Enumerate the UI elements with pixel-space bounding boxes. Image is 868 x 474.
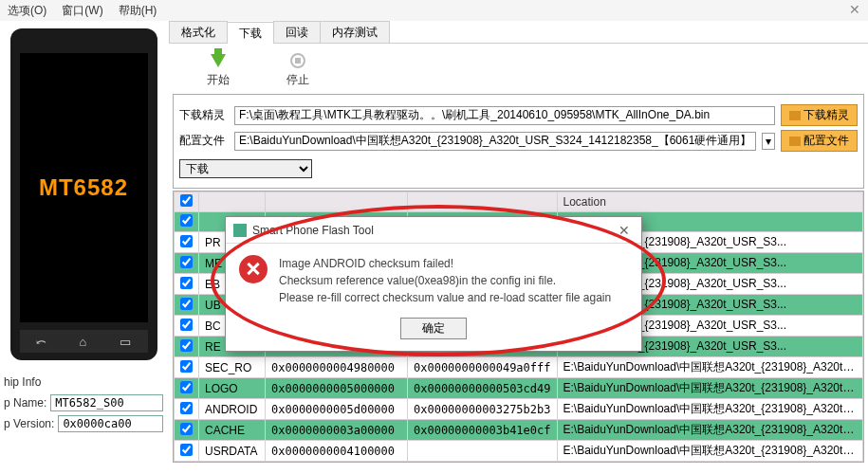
row-checkbox[interactable]: [180, 339, 193, 352]
download-agent-browse[interactable]: 下载精灵: [781, 104, 858, 126]
table-row[interactable]: CACHE0x0000000003a000000x00000000003b41e…: [175, 420, 863, 441]
phone-panel: MT6582 ⤺ ⌂ ▭ hip Info p Name: p Version:: [0, 21, 167, 474]
menu-window[interactable]: 窗口(W): [62, 3, 102, 19]
chipset-label: MT6582: [39, 174, 128, 201]
table-row[interactable]: ANDROID0x0000000005d000000x0000000000327…: [175, 399, 863, 420]
error-dialog: Smart Phone Flash Tool ✕ Image ANDROID c…: [225, 216, 642, 352]
chip-name-label: p Name:: [4, 396, 46, 410]
begin-addr: 0x0000000003a00000: [266, 420, 408, 441]
error-icon: [239, 255, 268, 283]
row-checkbox[interactable]: [180, 402, 193, 414]
row-checkbox[interactable]: [180, 235, 193, 247]
end-addr: 0x00000000000503cd49: [408, 378, 558, 399]
table-header: Location: [175, 192, 863, 212]
config-area: 下载精灵 下载精灵 配置文件 ▾ 配置文件 下载: [173, 94, 864, 189]
end-addr: 0x0000000000049a0fff: [408, 357, 558, 378]
dialog-message: Image ANDROID checksum failed! Checksum …: [279, 255, 611, 306]
end-addr: [408, 441, 558, 462]
folder-icon: [789, 111, 801, 120]
location: E:\BaiduYunDownload\中国联想A320t_{231908}_A…: [557, 399, 863, 420]
chip-version-field[interactable]: [58, 415, 163, 432]
row-checkbox[interactable]: [180, 214, 193, 227]
start-label: 开始: [207, 72, 230, 88]
end-addr: 0x00000000003b41e0cf: [408, 420, 558, 441]
phone-navbar: ⤺ ⌂ ▭: [20, 330, 148, 353]
col-end[interactable]: [408, 192, 558, 212]
dropdown-icon[interactable]: ▾: [762, 133, 775, 150]
dialog-close-icon[interactable]: ✕: [615, 223, 634, 238]
tab-download[interactable]: 下载: [227, 22, 274, 44]
scatter-file-path[interactable]: [234, 132, 756, 151]
part-name: ANDROID: [199, 399, 266, 420]
chip-info-title: hip Info: [4, 375, 163, 389]
download-agent-label: 下载精灵: [179, 107, 229, 123]
chip-name-field[interactable]: [50, 394, 163, 411]
download-mode-select[interactable]: 下载: [179, 159, 312, 178]
tab-format[interactable]: 格式化: [169, 21, 228, 43]
menu-help[interactable]: 帮助(H): [119, 3, 157, 19]
table-row[interactable]: USRDATA0x0000000004100000E:\BaiduYunDown…: [175, 441, 863, 462]
back-icon: ⤺: [36, 335, 46, 349]
recent-icon: ▭: [120, 335, 131, 349]
row-checkbox[interactable]: [180, 444, 193, 456]
home-icon: ⌂: [80, 335, 87, 349]
begin-addr: 0x0000000005000000: [266, 378, 408, 399]
col-begin[interactable]: [266, 192, 408, 212]
begin-addr: 0x0000000005d00000: [266, 399, 408, 420]
stop-icon: [290, 53, 305, 68]
table-row[interactable]: SEC_RO0x00000000049800000x0000000000049a…: [175, 357, 863, 378]
menu-options[interactable]: 选项(O): [8, 3, 46, 19]
location: E:\BaiduYunDownload\中国联想A320t_{231908}_A…: [557, 378, 863, 399]
chip-info: hip Info p Name: p Version:: [0, 372, 167, 440]
tab-memtest[interactable]: 内存测试: [320, 21, 390, 43]
start-button[interactable]: 开始: [207, 51, 230, 88]
phone-screen: MT6582: [20, 53, 148, 322]
tab-readback[interactable]: 回读: [273, 21, 321, 43]
toolbar: 开始 停止: [169, 44, 868, 92]
scatter-file-label: 配置文件: [179, 133, 229, 149]
row-checkbox[interactable]: [180, 256, 193, 268]
row-checkbox[interactable]: [180, 423, 193, 435]
row-checkbox[interactable]: [180, 277, 193, 289]
stop-label: 停止: [286, 72, 309, 88]
download-agent-path[interactable]: [234, 106, 775, 125]
start-icon: [211, 54, 226, 67]
row-checkbox[interactable]: [180, 360, 193, 373]
location: E:\BaiduYunDownload\中国联想A320t_{231908}_A…: [557, 441, 863, 462]
close-icon[interactable]: ✕: [849, 2, 860, 17]
scatter-file-browse[interactable]: 配置文件: [781, 130, 858, 152]
begin-addr: 0x0000000004980000: [266, 357, 408, 378]
row-checkbox[interactable]: [180, 319, 193, 331]
ok-button[interactable]: 确定: [400, 318, 467, 339]
end-addr: 0x00000000003275b2b3: [408, 399, 558, 420]
part-name: USRDATA: [199, 441, 266, 462]
table-row[interactable]: LOGO0x00000000050000000x00000000000503cd…: [175, 378, 863, 399]
phone-illustration: MT6582 ⤺ ⌂ ▭: [10, 28, 157, 360]
location: E:\BaiduYunDownload\中国联想A320t_{231908}_A…: [557, 357, 863, 378]
tabs: 格式化 下载 回读 内存测试: [169, 21, 868, 44]
select-all-checkbox[interactable]: [180, 194, 193, 207]
app-icon: [233, 224, 247, 237]
location: E:\BaiduYunDownload\中国联想A320t_{231908}_A…: [557, 420, 863, 441]
dialog-title: Smart Phone Flash Tool: [252, 224, 615, 237]
part-name: CACHE: [199, 420, 266, 441]
row-checkbox[interactable]: [180, 381, 193, 393]
menubar: 选项(O) 窗口(W) 帮助(H): [0, 0, 868, 21]
chip-version-label: p Version:: [4, 417, 54, 430]
row-checkbox[interactable]: [180, 298, 193, 310]
col-name[interactable]: [199, 192, 266, 212]
part-name: SEC_RO: [199, 357, 266, 378]
begin-addr: 0x0000000004100000: [266, 441, 408, 462]
folder-icon: [789, 137, 801, 146]
stop-button[interactable]: 停止: [286, 51, 309, 88]
col-location[interactable]: Location: [557, 192, 863, 212]
part-name: LOGO: [199, 378, 266, 399]
